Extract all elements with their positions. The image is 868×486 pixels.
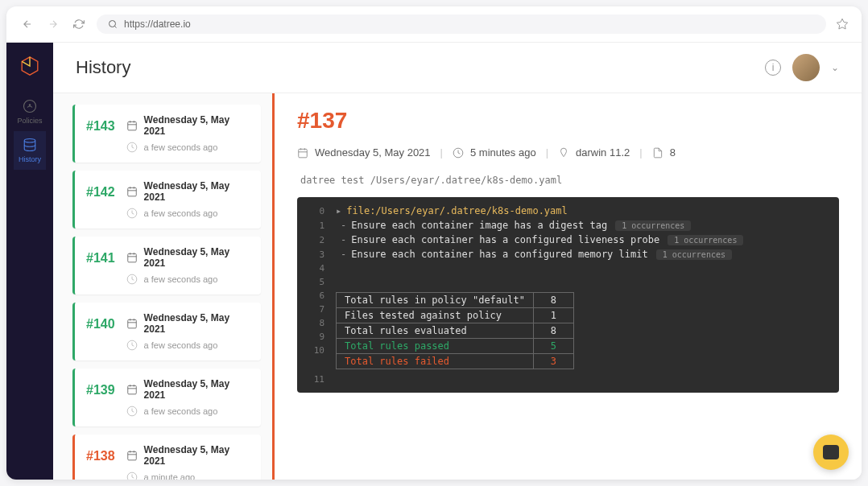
rule-text: Ensure each container has a configured l…: [351, 234, 659, 245]
svg-rect-5: [127, 122, 136, 130]
summary-value: 8: [533, 323, 573, 339]
history-card-date: Wednesday 5, May 2021: [144, 312, 250, 335]
sidebar-item-policies[interactable]: Policies: [14, 93, 45, 131]
rule-text: Ensure each container image has a digest…: [351, 220, 607, 231]
run-detail-panel: #137 Wednesday 5, May 2021 | 5 minutes a…: [272, 93, 862, 480]
sidebar-item-label: History: [19, 155, 41, 163]
sidebar-item-history[interactable]: History: [14, 131, 45, 170]
summary-value: 5: [533, 339, 573, 354]
forward-button[interactable]: [45, 16, 61, 32]
history-card[interactable]: #143Wednesday 5, May 2021a few seconds a…: [72, 105, 261, 163]
calendar-icon: [297, 147, 308, 159]
summary-label: Total rules in policy "default": [337, 293, 534, 308]
occurrence-badge: 1 occurrences: [615, 220, 691, 231]
run-meta: Wednesday 5, May 2021 | 5 minutes ago | …: [297, 146, 839, 159]
file-path: file:/Users/eyar/.datree/k8s-demo.yaml: [346, 205, 568, 216]
history-card-ago: a few seconds ago: [144, 142, 218, 152]
svg-rect-25: [127, 385, 136, 394]
summary-table: Total rules in policy "default"8Files te…: [336, 292, 574, 369]
history-card-ago: a few seconds ago: [144, 340, 218, 350]
clock-icon: [126, 208, 138, 219]
history-card[interactable]: #142Wednesday 5, May 2021a few seconds a…: [72, 171, 261, 229]
reload-button[interactable]: [71, 16, 87, 32]
svg-rect-40: [299, 149, 308, 158]
history-card-id: #143: [86, 114, 115, 134]
command-text: datree test /Users/eyar/.datree/k8s-demo…: [297, 175, 839, 186]
history-card-id: #141: [86, 246, 115, 266]
url-bar[interactable]: https://datree.io: [97, 14, 826, 34]
summary-label: Total rules passed: [337, 339, 534, 354]
run-date: Wednesday 5, May 2021: [315, 146, 431, 159]
summary-label: Total rules evaluated: [337, 323, 534, 339]
history-card-ago: a few seconds ago: [144, 274, 218, 284]
history-card-id: #142: [86, 180, 115, 200]
svg-marker-1: [837, 19, 847, 29]
calendar-icon: [126, 384, 138, 395]
history-card-date: Wednesday 5, May 2021: [144, 378, 250, 401]
clock-icon: [453, 147, 464, 159]
occurrence-badge: 1 occurrences: [656, 249, 732, 260]
svg-rect-15: [127, 253, 136, 262]
clock-icon: [126, 340, 138, 351]
url-text: https://datree.io: [124, 19, 191, 30]
summary-label: Files tested against policy: [337, 308, 534, 323]
history-list: #143Wednesday 5, May 2021a few seconds a…: [53, 93, 272, 480]
rule-text: Ensure each container has a configured m…: [351, 249, 647, 260]
occurrence-badge: 1 occurrences: [668, 235, 743, 245]
page-title: History: [76, 57, 130, 78]
history-card-ago: a minute ago: [144, 472, 196, 480]
calendar-icon: [126, 318, 138, 329]
svg-point-3: [29, 105, 31, 106]
clock-icon: [126, 274, 138, 285]
os-icon: [558, 147, 569, 159]
history-card-date: Wednesday 5, May 2021: [144, 444, 250, 467]
clock-icon: [126, 142, 138, 153]
bookmark-star-icon[interactable]: [836, 18, 849, 31]
run-ago: 5 minutes ago: [470, 146, 536, 159]
summary-value: 3: [533, 354, 573, 369]
chat-icon: [823, 445, 839, 459]
history-card-ago: a few seconds ago: [144, 208, 218, 218]
run-rules-count: 8: [670, 146, 676, 159]
svg-rect-30: [127, 451, 136, 460]
history-card[interactable]: #140Wednesday 5, May 2021a few seconds a…: [72, 303, 261, 360]
svg-rect-10: [127, 187, 136, 196]
calendar-icon: [126, 186, 138, 197]
history-card-date: Wednesday 5, May 2021: [144, 180, 250, 203]
summary-label: Total rules failed: [337, 354, 534, 369]
page-header: History i ⌄: [53, 43, 862, 93]
sidebar-item-label: Policies: [17, 117, 42, 125]
user-avatar[interactable]: [792, 54, 820, 81]
svg-point-4: [24, 139, 35, 143]
calendar-icon: [126, 120, 138, 131]
calendar-icon: [126, 252, 138, 263]
clock-icon: [126, 406, 138, 417]
clock-icon: [126, 472, 138, 480]
history-card-id: #138: [86, 444, 115, 463]
history-card-date: Wednesday 5, May 2021: [144, 114, 250, 137]
calendar-icon: [126, 450, 138, 461]
history-card-id: #140: [86, 312, 115, 332]
history-card[interactable]: #138Wednesday 5, May 2021a minute ago: [72, 435, 261, 480]
history-card-id: #139: [86, 378, 115, 397]
info-icon[interactable]: i: [765, 60, 781, 76]
history-card-date: Wednesday 5, May 2021: [144, 246, 250, 269]
svg-rect-20: [127, 319, 136, 328]
back-button[interactable]: [19, 16, 35, 32]
app-sidebar: PoliciesHistory: [6, 43, 53, 480]
app-logo[interactable]: [18, 54, 42, 78]
history-card[interactable]: #139Wednesday 5, May 2021a few seconds a…: [72, 369, 261, 426]
terminal-output: 0▸file:/Users/eyar/.datree/k8s-demo.yaml…: [297, 197, 839, 393]
svg-point-0: [110, 21, 116, 27]
summary-value: 8: [533, 293, 573, 308]
browser-toolbar: https://datree.io: [6, 6, 862, 43]
summary-value: 1: [533, 308, 573, 323]
user-menu-chevron-icon[interactable]: ⌄: [831, 62, 839, 73]
run-detail-id: #137: [297, 108, 839, 134]
run-os: darwin 11.2: [576, 146, 630, 159]
history-card[interactable]: #141Wednesday 5, May 2021a few seconds a…: [72, 237, 261, 294]
file-icon: [652, 147, 663, 159]
search-icon: [108, 19, 118, 29]
history-card-ago: a few seconds ago: [144, 406, 218, 416]
chat-widget[interactable]: [813, 435, 849, 470]
